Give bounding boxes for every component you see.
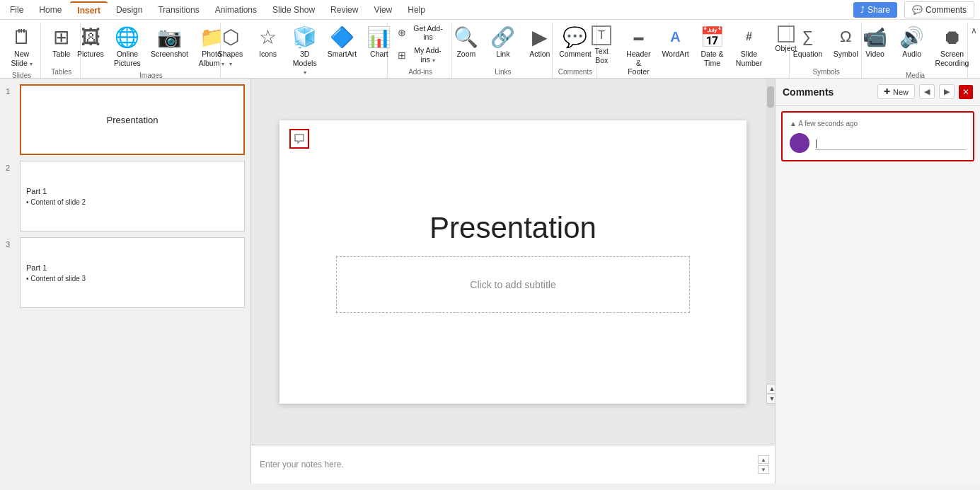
- table-icon: ⊞: [50, 25, 73, 48]
- slide-canvas[interactable]: Presentation Click to add subtitle: [279, 120, 746, 404]
- screenshot-button[interactable]: 📷 Screenshot: [146, 23, 192, 62]
- new-slide-button[interactable]: 🗒 NewSlide ▾: [4, 23, 40, 70]
- text-box-button[interactable]: T TextBox: [584, 23, 619, 67]
- link-icon: 🔗: [492, 25, 514, 48]
- action-button[interactable]: ▶ Action: [522, 23, 558, 62]
- tab-slideshow[interactable]: Slide Show: [265, 2, 322, 18]
- slide-thumb-3: 3 Part 1 • Content of slide 3: [6, 237, 245, 308]
- notes-expand-down[interactable]: ▼: [758, 465, 769, 474]
- comments-header-right: ✚ New ◀ ▶ ✕: [877, 84, 973, 99]
- pictures-button[interactable]: 🖼 Pictures: [73, 23, 108, 62]
- wordart-icon: A: [664, 25, 687, 48]
- tab-design[interactable]: Design: [109, 2, 149, 18]
- date-time-button[interactable]: 📅 Date &Time: [695, 23, 730, 70]
- screenshot-icon: 📷: [158, 25, 180, 48]
- vscroll-thumb: [767, 86, 774, 108]
- tab-transitions[interactable]: Transitions: [151, 2, 206, 18]
- icons-button[interactable]: ☆ Icons: [250, 23, 286, 62]
- tab-home[interactable]: Home: [32, 2, 69, 18]
- equation-button[interactable]: ∑ Equation: [789, 23, 826, 62]
- comments-toggle-button[interactable]: 💬 Comments: [904, 1, 974, 18]
- comment-icon: 💬: [564, 25, 587, 48]
- online-pictures-button[interactable]: 🌐 OnlinePictures: [110, 23, 145, 70]
- zoom-button[interactable]: 🔍 Zoom: [449, 23, 484, 62]
- wordart-button[interactable]: A WordArt: [658, 23, 693, 62]
- slide-canvas-scroll: ▲ ▼ Presentation Click to add subtitle: [251, 79, 775, 445]
- comment-text-input[interactable]: [815, 136, 966, 150]
- scroll-down-btn[interactable]: ▼: [766, 394, 775, 404]
- shapes-button[interactable]: ⬡ Shapes ▾: [212, 23, 249, 70]
- subtitle-placeholder[interactable]: Click to add subtitle: [336, 256, 690, 313]
- group-media: 📹 Video 🔊 Audio ⏺ ScreenRecording Media: [863, 23, 968, 78]
- slide-1-title: Presentation: [107, 115, 158, 125]
- share-label: Share: [867, 5, 890, 15]
- comment-bubble[interactable]: [289, 129, 309, 149]
- slide-preview-2[interactable]: Part 1 • Content of slide 2: [20, 161, 245, 232]
- pictures-icon: 🖼: [79, 25, 102, 48]
- comments-panel-title: Comments: [783, 86, 834, 98]
- smartart-icon: 🔷: [330, 25, 353, 48]
- slide-canvas-wrapper: ▲ ▼ Presentation Click to add subtitle E…: [251, 79, 775, 484]
- main-area: 1 Presentation 2 Part 1 • Content of sli…: [0, 79, 980, 484]
- smartart-button[interactable]: 🔷 SmartArt: [324, 23, 360, 62]
- notes-placeholder: Enter your notes here.: [260, 460, 344, 469]
- tab-review[interactable]: Review: [323, 2, 365, 18]
- canvas-vscroll[interactable]: [766, 79, 775, 406]
- 3d-models-button[interactable]: 🧊 3DModels ▾: [287, 23, 323, 79]
- symbols-group-label: Symbols: [812, 67, 839, 78]
- comment-next-button[interactable]: ▶: [939, 84, 955, 99]
- tab-animations[interactable]: Animations: [208, 2, 264, 18]
- new-slide-icon: 🗒: [11, 25, 33, 48]
- slide-thumb-2: 2 Part 1 • Content of slide 2: [6, 161, 245, 232]
- comment-content: [790, 133, 966, 153]
- video-icon: 📹: [864, 25, 887, 48]
- new-comment-label: New: [893, 88, 909, 96]
- comment-timestamp: ▲ A few seconds ago: [790, 120, 966, 127]
- header-footer-icon: ▬: [627, 25, 650, 48]
- slide-2-title: Part 1: [26, 187, 47, 195]
- comments-header: Comments ✚ New ◀ ▶ ✕: [776, 79, 980, 106]
- shapes-icon: ⬡: [219, 25, 242, 48]
- 3d-models-icon: 🧊: [294, 25, 316, 48]
- close-comments-button[interactable]: ✕: [959, 85, 973, 99]
- addins-group-items: ⊕ Get Add-ins ⊞ My Add-ins ▾: [392, 23, 449, 67]
- slide-preview-1[interactable]: Presentation: [20, 84, 245, 155]
- tab-help[interactable]: Help: [400, 2, 432, 18]
- tab-file[interactable]: File: [3, 2, 30, 18]
- collapse-ribbon-button[interactable]: ∧: [971, 25, 977, 35]
- header-footer-button[interactable]: ▬ Header& Footer: [621, 23, 656, 79]
- my-addins-button[interactable]: ⊞ My Add-ins ▾: [392, 45, 449, 65]
- addins-group-label: Add-ins: [408, 67, 432, 78]
- group-addins: ⊕ Get Add-ins ⊞ My Add-ins ▾ Add-ins: [389, 23, 453, 78]
- screen-recording-button[interactable]: ⏺ ScreenRecording: [931, 23, 974, 70]
- ribbon-tab-bar: File Home Insert Design Transitions Anim…: [0, 0, 980, 20]
- tab-view[interactable]: View: [367, 2, 399, 18]
- link-button[interactable]: 🔗 Link: [485, 23, 521, 62]
- video-button[interactable]: 📹 Video: [858, 23, 893, 62]
- get-addins-icon: ⊕: [396, 25, 408, 40]
- comment-card-1: ▲ A few seconds ago: [781, 111, 974, 161]
- slide-number-button[interactable]: # SlideNumber: [732, 23, 767, 70]
- group-images: 🖼 Pictures 🌐 OnlinePictures 📷 Screenshot…: [82, 23, 220, 78]
- slide-notes[interactable]: Enter your notes here. ▲ ▼: [251, 445, 775, 484]
- action-icon: ▶: [529, 25, 551, 48]
- share-button[interactable]: ⤴ Share: [853, 2, 897, 18]
- comment-prev-button[interactable]: ◀: [919, 84, 935, 99]
- share-icon: ⤴: [860, 5, 865, 15]
- get-addins-button[interactable]: ⊕ Get Add-ins: [392, 23, 449, 43]
- slide-preview-3[interactable]: Part 1 • Content of slide 3: [20, 237, 245, 308]
- audio-button[interactable]: 🔊 Audio: [894, 23, 930, 62]
- tab-insert[interactable]: Insert: [70, 1, 108, 18]
- scroll-up-btn[interactable]: ▲: [766, 384, 775, 394]
- slide-3-body: • Content of slide 3: [26, 275, 86, 283]
- comments-btn-label: Comments: [926, 5, 967, 15]
- symbol-icon: Ω: [834, 25, 857, 48]
- slide-3-title: Part 1: [26, 263, 47, 272]
- slide-2-body: • Content of slide 2: [26, 198, 86, 206]
- text-group-items: T TextBox ▬ Header& Footer A WordArt 📅 D…: [584, 23, 803, 79]
- equation-icon: ∑: [797, 25, 819, 48]
- zoom-icon: 🔍: [455, 25, 478, 48]
- new-comment-button[interactable]: ✚ New: [877, 84, 915, 99]
- notes-expand-up[interactable]: ▲: [758, 455, 769, 464]
- group-symbols: ∑ Equation Ω Symbol Symbols: [791, 23, 862, 78]
